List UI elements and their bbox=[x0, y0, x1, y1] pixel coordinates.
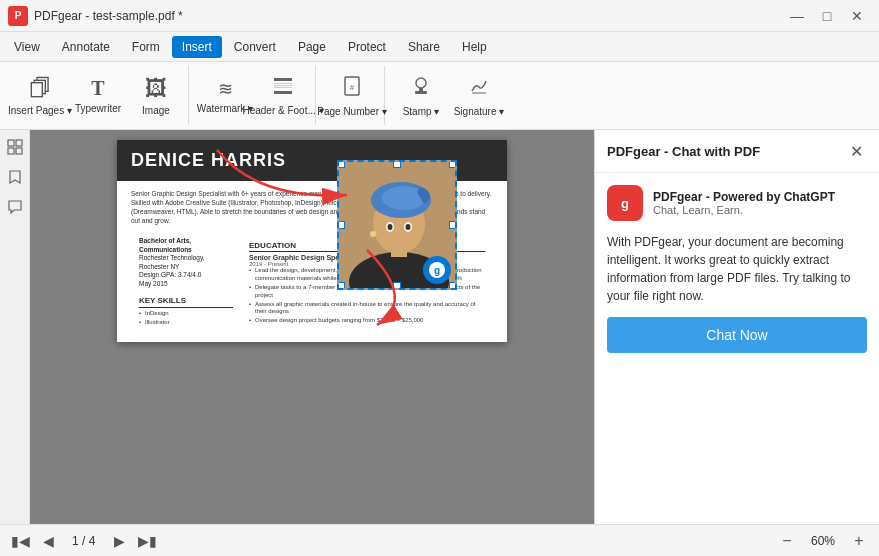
svg-text:#: # bbox=[350, 83, 355, 92]
main-area: DENICE HARRIS Senior Graphic Design Spec… bbox=[0, 130, 879, 524]
menu-protect[interactable]: Protect bbox=[338, 36, 396, 58]
image-label: Image bbox=[142, 105, 170, 116]
window-title: PDFgear - test-sample.pdf * bbox=[34, 9, 183, 23]
skill-illustrator: Illustrator bbox=[139, 319, 233, 327]
ai-logo: g bbox=[607, 185, 643, 221]
ai-brand-row: g PDFgear - Powered by ChatGPT Chat, Lea… bbox=[607, 185, 867, 221]
ai-description: With PDFgear, your document are becoming… bbox=[607, 233, 867, 305]
header-footer-label: Header & Foot... bbox=[242, 105, 323, 116]
sidebar-comments-button[interactable] bbox=[2, 194, 28, 220]
sidebar-thumbnails-button[interactable] bbox=[2, 134, 28, 160]
panel-body: g PDFgear - Powered by ChatGPT Chat, Lea… bbox=[595, 173, 879, 524]
svg-point-7 bbox=[416, 78, 426, 88]
pdf-education-detail: Bachelor of Arts,Communications Rocheste… bbox=[139, 237, 233, 327]
svg-rect-14 bbox=[16, 148, 22, 154]
typewriter-label: Typewriter bbox=[75, 103, 121, 114]
nav-controls: ▮◀ ◀ 1 / 4 ▶ ▶▮ bbox=[8, 529, 159, 553]
menu-bar: View Annotate Form Insert Convert Page P… bbox=[0, 32, 879, 62]
signature-button[interactable]: Signature bbox=[451, 68, 507, 124]
stamp-label: Stamp bbox=[403, 106, 440, 117]
stamp-button[interactable]: Stamp bbox=[393, 68, 449, 124]
svg-rect-1 bbox=[274, 83, 292, 84]
app-logo: P bbox=[8, 6, 28, 26]
svg-rect-12 bbox=[16, 140, 22, 146]
first-page-button[interactable]: ▮◀ bbox=[8, 529, 32, 553]
menu-view[interactable]: View bbox=[4, 36, 50, 58]
portrait-image: g bbox=[339, 162, 455, 288]
pdfgear-badge-overlay: g bbox=[423, 256, 451, 284]
ai-brand-name: PDFgear - Powered by ChatGPT bbox=[653, 190, 835, 204]
typewriter-icon: T bbox=[91, 77, 104, 100]
pdf-area[interactable]: DENICE HARRIS Senior Graphic Design Spec… bbox=[30, 130, 594, 524]
maximize-button[interactable]: □ bbox=[813, 4, 841, 28]
menu-share[interactable]: Share bbox=[398, 36, 450, 58]
title-bar-left: P PDFgear - test-sample.pdf * bbox=[8, 6, 183, 26]
pdf-school: Rochester Technology,Rochester NYDesign … bbox=[139, 254, 233, 288]
toolbar: 🗍 Insert Pages T Typewriter 🖼 Image ≋ Wa… bbox=[0, 62, 879, 130]
svg-rect-2 bbox=[274, 85, 292, 86]
svg-rect-3 bbox=[274, 87, 292, 88]
sidebar-bookmarks-button[interactable] bbox=[2, 164, 28, 190]
skill-indesign: InDesign bbox=[139, 310, 233, 318]
ai-brand-text: PDFgear - Powered by ChatGPT Chat, Learn… bbox=[653, 190, 835, 216]
page-number-icon: # bbox=[341, 75, 363, 103]
title-bar: P PDFgear - test-sample.pdf * — □ ✕ bbox=[0, 0, 879, 32]
insert-pages-icon: 🗍 bbox=[29, 76, 51, 102]
menu-form[interactable]: Form bbox=[122, 36, 170, 58]
pdf-left-col: Bachelor of Arts,Communications Rocheste… bbox=[131, 231, 241, 334]
panel-title: PDFgear - Chat with PDF bbox=[607, 144, 760, 159]
pdf-degree: Bachelor of Arts,Communications bbox=[139, 237, 233, 254]
prev-page-button[interactable]: ◀ bbox=[36, 529, 60, 553]
chat-now-button[interactable]: Chat Now bbox=[607, 317, 867, 353]
status-bar: ▮◀ ◀ 1 / 4 ▶ ▶▮ − 60% + bbox=[0, 524, 879, 556]
ai-brand-sub: Chat, Learn, Earn. bbox=[653, 204, 835, 216]
close-button[interactable]: ✕ bbox=[843, 4, 871, 28]
page-indicator: 1 / 4 bbox=[64, 534, 103, 548]
right-panel: PDFgear - Chat with PDF ✕ g PDFgear - Po… bbox=[594, 130, 879, 524]
pdf-image-overlay[interactable]: g bbox=[337, 160, 457, 290]
header-footer-button[interactable]: Header & Foot... bbox=[255, 68, 311, 124]
watermark-icon: ≋ bbox=[218, 78, 233, 100]
menu-annotate[interactable]: Annotate bbox=[52, 36, 120, 58]
svg-rect-9 bbox=[419, 88, 423, 91]
bullet-3: Assess all graphic materials created in-… bbox=[249, 301, 485, 317]
image-icon: 🖼 bbox=[145, 76, 167, 102]
svg-text:g: g bbox=[621, 196, 629, 211]
svg-rect-4 bbox=[274, 91, 292, 94]
menu-page[interactable]: Page bbox=[288, 36, 336, 58]
zoom-in-button[interactable]: + bbox=[847, 529, 871, 553]
panel-header: PDFgear - Chat with PDF ✕ bbox=[595, 130, 879, 173]
svg-rect-11 bbox=[8, 140, 14, 146]
svg-rect-0 bbox=[274, 78, 292, 81]
insert-pages-label: Insert Pages bbox=[8, 105, 72, 116]
panel-close-button[interactable]: ✕ bbox=[845, 140, 867, 162]
zoom-controls: − 60% + bbox=[775, 529, 871, 553]
image-button[interactable]: 🖼 Image bbox=[128, 68, 184, 124]
bullet-4: Oversee design project budgets ranging f… bbox=[249, 317, 485, 325]
zoom-level: 60% bbox=[803, 534, 843, 548]
page-number-label: Page Number bbox=[317, 106, 386, 117]
signature-label: Signature bbox=[454, 106, 505, 117]
insert-pages-button[interactable]: 🗍 Insert Pages bbox=[12, 68, 68, 124]
svg-point-25 bbox=[370, 231, 376, 237]
signature-icon bbox=[468, 75, 490, 103]
toolbar-group-stamp: Stamp Signature bbox=[389, 66, 511, 125]
next-page-button[interactable]: ▶ bbox=[107, 529, 131, 553]
svg-point-24 bbox=[406, 224, 411, 230]
menu-convert[interactable]: Convert bbox=[224, 36, 286, 58]
svg-rect-13 bbox=[8, 148, 14, 154]
toolbar-group-watermark: ≋ Watermark Header & Foot... bbox=[193, 66, 316, 125]
last-page-button[interactable]: ▶▮ bbox=[135, 529, 159, 553]
minimize-button[interactable]: — bbox=[783, 4, 811, 28]
window-controls: — □ ✕ bbox=[783, 4, 871, 28]
svg-text:g: g bbox=[434, 265, 440, 276]
svg-point-23 bbox=[388, 224, 393, 230]
zoom-out-button[interactable]: − bbox=[775, 529, 799, 553]
page-number-button[interactable]: # Page Number bbox=[324, 68, 380, 124]
stamp-icon bbox=[410, 75, 432, 103]
typewriter-button[interactable]: T Typewriter bbox=[70, 68, 126, 124]
toolbar-group-page-number: # Page Number bbox=[320, 66, 385, 125]
menu-insert[interactable]: Insert bbox=[172, 36, 222, 58]
menu-help[interactable]: Help bbox=[452, 36, 497, 58]
svg-rect-8 bbox=[415, 91, 427, 94]
